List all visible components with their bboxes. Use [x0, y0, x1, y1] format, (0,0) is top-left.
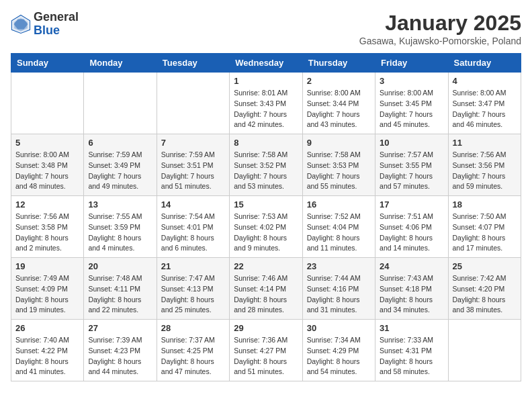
logo-icon — [11, 14, 31, 34]
day-number: 26 — [15, 323, 79, 333]
month-title: January 2025 — [359, 11, 521, 36]
calendar-cell: 27Sunrise: 7:39 AMSunset: 4:23 PMDayligh… — [84, 320, 157, 381]
day-number: 11 — [453, 138, 517, 148]
weekday-header-saturday: Saturday — [448, 54, 521, 73]
day-info: Sunrise: 7:33 AMSunset: 4:31 PMDaylight:… — [380, 335, 443, 377]
logo-blue: Blue — [34, 24, 79, 38]
day-number: 2 — [307, 76, 371, 86]
calendar-cell: 13Sunrise: 7:55 AMSunset: 3:59 PMDayligh… — [84, 196, 157, 258]
day-number: 23 — [307, 261, 371, 271]
calendar-cell — [11, 73, 84, 134]
calendar-table: SundayMondayTuesdayWednesdayThursdayFrid… — [11, 53, 521, 381]
day-info: Sunrise: 7:53 AMSunset: 4:02 PMDaylight:… — [234, 212, 298, 254]
calendar-cell: 30Sunrise: 7:34 AMSunset: 4:29 PMDayligh… — [302, 320, 375, 381]
calendar-cell: 21Sunrise: 7:47 AMSunset: 4:13 PMDayligh… — [157, 258, 229, 320]
day-info: Sunrise: 7:49 AMSunset: 4:09 PMDaylight:… — [15, 273, 79, 316]
day-info: Sunrise: 7:54 AMSunset: 4:01 PMDaylight:… — [161, 212, 225, 254]
calendar-cell: 15Sunrise: 7:53 AMSunset: 4:02 PMDayligh… — [230, 196, 302, 258]
day-number: 13 — [88, 199, 152, 210]
calendar-cell: 2Sunrise: 8:00 AMSunset: 3:44 PMDaylight… — [302, 73, 375, 134]
day-info: Sunrise: 7:52 AMSunset: 4:04 PMDaylight:… — [307, 212, 371, 254]
calendar-cell — [157, 73, 229, 134]
day-number: 24 — [380, 261, 443, 271]
calendar-cell: 3Sunrise: 8:00 AMSunset: 3:45 PMDaylight… — [375, 73, 448, 134]
title-block: January 2025 Gasawa, Kujawsko-Pomorskie,… — [359, 11, 521, 46]
calendar-cell: 26Sunrise: 7:40 AMSunset: 4:22 PMDayligh… — [11, 320, 84, 381]
calendar-cell: 1Sunrise: 8:01 AMSunset: 3:43 PMDaylight… — [230, 73, 302, 134]
day-number: 7 — [161, 138, 225, 148]
day-number: 4 — [453, 76, 517, 86]
day-info: Sunrise: 7:57 AMSunset: 3:55 PMDaylight:… — [380, 150, 443, 192]
calendar-cell: 9Sunrise: 7:58 AMSunset: 3:53 PMDaylight… — [302, 134, 375, 196]
weekday-header-friday: Friday — [375, 54, 448, 73]
day-number: 6 — [88, 138, 152, 148]
calendar-cell: 29Sunrise: 7:36 AMSunset: 4:27 PMDayligh… — [230, 320, 302, 381]
day-info: Sunrise: 7:59 AMSunset: 3:49 PMDaylight:… — [88, 150, 152, 192]
calendar-cell: 20Sunrise: 7:48 AMSunset: 4:11 PMDayligh… — [84, 258, 157, 320]
day-number: 30 — [307, 323, 371, 333]
day-number: 19 — [15, 261, 79, 271]
day-number: 18 — [453, 199, 517, 210]
calendar-cell: 7Sunrise: 7:59 AMSunset: 3:51 PMDaylight… — [157, 134, 229, 196]
calendar-cell — [84, 73, 157, 134]
day-info: Sunrise: 8:00 AMSunset: 3:45 PMDaylight:… — [380, 88, 443, 130]
day-info: Sunrise: 7:47 AMSunset: 4:13 PMDaylight:… — [161, 273, 225, 316]
day-info: Sunrise: 7:58 AMSunset: 3:52 PMDaylight:… — [234, 150, 298, 192]
day-number: 15 — [234, 199, 298, 210]
day-info: Sunrise: 7:58 AMSunset: 3:53 PMDaylight:… — [307, 150, 371, 192]
calendar-cell: 12Sunrise: 7:56 AMSunset: 3:58 PMDayligh… — [11, 196, 84, 258]
calendar-cell: 4Sunrise: 8:00 AMSunset: 3:47 PMDaylight… — [448, 73, 521, 134]
weekday-header-sunday: Sunday — [11, 54, 84, 73]
day-info: Sunrise: 7:59 AMSunset: 3:51 PMDaylight:… — [161, 150, 225, 192]
calendar-cell — [448, 320, 521, 381]
calendar-cell: 23Sunrise: 7:44 AMSunset: 4:16 PMDayligh… — [302, 258, 375, 320]
day-info: Sunrise: 7:39 AMSunset: 4:23 PMDaylight:… — [88, 335, 152, 377]
day-info: Sunrise: 8:00 AMSunset: 3:48 PMDaylight:… — [15, 150, 79, 192]
weekday-header-row: SundayMondayTuesdayWednesdayThursdayFrid… — [11, 54, 521, 73]
calendar-week-3: 12Sunrise: 7:56 AMSunset: 3:58 PMDayligh… — [11, 196, 521, 258]
day-number: 29 — [234, 323, 298, 333]
day-number: 16 — [307, 199, 371, 210]
day-info: Sunrise: 7:55 AMSunset: 3:59 PMDaylight:… — [88, 212, 152, 254]
calendar-cell: 24Sunrise: 7:43 AMSunset: 4:18 PMDayligh… — [375, 258, 448, 320]
day-number: 3 — [380, 76, 443, 86]
calendar-cell: 16Sunrise: 7:52 AMSunset: 4:04 PMDayligh… — [302, 196, 375, 258]
day-number: 8 — [234, 138, 298, 148]
calendar-cell: 11Sunrise: 7:56 AMSunset: 3:56 PMDayligh… — [448, 134, 521, 196]
day-number: 31 — [380, 323, 443, 333]
calendar-cell: 28Sunrise: 7:37 AMSunset: 4:25 PMDayligh… — [157, 320, 229, 381]
day-number: 20 — [88, 261, 152, 271]
logo-general: General — [34, 11, 79, 24]
calendar-cell: 5Sunrise: 8:00 AMSunset: 3:48 PMDaylight… — [11, 134, 84, 196]
day-info: Sunrise: 8:01 AMSunset: 3:43 PMDaylight:… — [234, 88, 298, 130]
day-number: 25 — [453, 261, 517, 271]
day-info: Sunrise: 7:51 AMSunset: 4:06 PMDaylight:… — [380, 212, 443, 254]
calendar-cell: 17Sunrise: 7:51 AMSunset: 4:06 PMDayligh… — [375, 196, 448, 258]
day-info: Sunrise: 7:46 AMSunset: 4:14 PMDaylight:… — [234, 273, 298, 316]
day-info: Sunrise: 7:56 AMSunset: 3:56 PMDaylight:… — [453, 150, 517, 192]
calendar-cell: 31Sunrise: 7:33 AMSunset: 4:31 PMDayligh… — [375, 320, 448, 381]
day-info: Sunrise: 7:48 AMSunset: 4:11 PMDaylight:… — [88, 273, 152, 316]
day-info: Sunrise: 8:00 AMSunset: 3:47 PMDaylight:… — [453, 88, 517, 130]
calendar-cell: 19Sunrise: 7:49 AMSunset: 4:09 PMDayligh… — [11, 258, 84, 320]
day-info: Sunrise: 7:40 AMSunset: 4:22 PMDaylight:… — [15, 335, 79, 377]
logo: General Blue — [11, 11, 79, 38]
day-info: Sunrise: 8:00 AMSunset: 3:44 PMDaylight:… — [307, 88, 371, 130]
calendar-cell: 14Sunrise: 7:54 AMSunset: 4:01 PMDayligh… — [157, 196, 229, 258]
day-info: Sunrise: 7:56 AMSunset: 3:58 PMDaylight:… — [15, 212, 79, 254]
calendar-cell: 8Sunrise: 7:58 AMSunset: 3:52 PMDaylight… — [230, 134, 302, 196]
calendar-week-4: 19Sunrise: 7:49 AMSunset: 4:09 PMDayligh… — [11, 258, 521, 320]
calendar-cell: 25Sunrise: 7:42 AMSunset: 4:20 PMDayligh… — [448, 258, 521, 320]
calendar-cell: 10Sunrise: 7:57 AMSunset: 3:55 PMDayligh… — [375, 134, 448, 196]
location: Gasawa, Kujawsko-Pomorskie, Poland — [359, 36, 521, 46]
calendar-week-1: 1Sunrise: 8:01 AMSunset: 3:43 PMDaylight… — [11, 73, 521, 134]
day-info: Sunrise: 7:34 AMSunset: 4:29 PMDaylight:… — [307, 335, 371, 377]
day-info: Sunrise: 7:42 AMSunset: 4:20 PMDaylight:… — [453, 273, 517, 316]
day-info: Sunrise: 7:44 AMSunset: 4:16 PMDaylight:… — [307, 273, 371, 316]
day-number: 28 — [161, 323, 225, 333]
day-info: Sunrise: 7:36 AMSunset: 4:27 PMDaylight:… — [234, 335, 298, 377]
day-number: 14 — [161, 199, 225, 210]
calendar-cell: 6Sunrise: 7:59 AMSunset: 3:49 PMDaylight… — [84, 134, 157, 196]
day-number: 22 — [234, 261, 298, 271]
day-number: 10 — [380, 138, 443, 148]
